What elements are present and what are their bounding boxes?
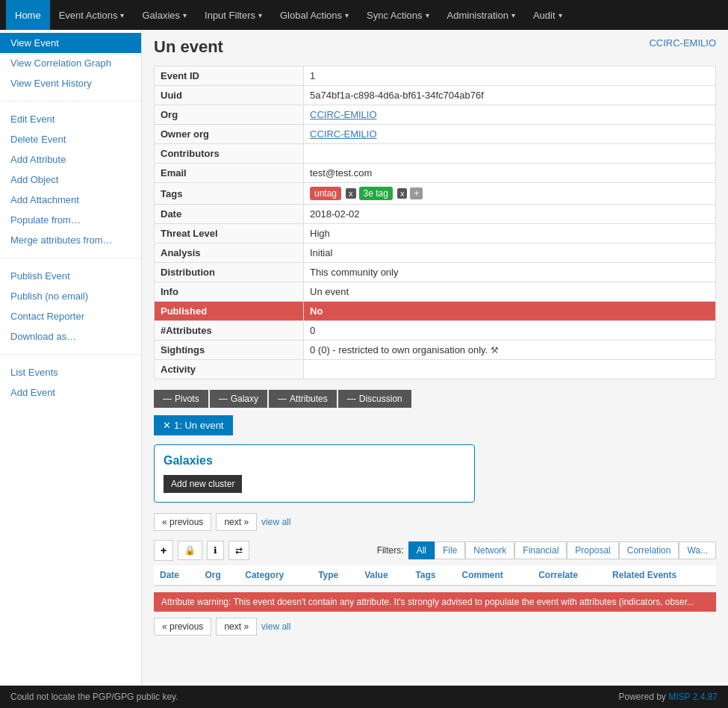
navbar-sync-actions[interactable]: Sync Actions ▾ bbox=[358, 0, 438, 30]
col-comment[interactable]: Comment bbox=[455, 565, 532, 586]
navbar-home[interactable]: Home bbox=[6, 0, 50, 30]
add-attribute-button[interactable]: + bbox=[154, 540, 173, 561]
sidebar-section-publish: Publish Event Publish (no email) Contact… bbox=[0, 263, 141, 350]
sidebar-item-publish-no-email[interactable]: Publish (no email) bbox=[0, 286, 141, 306]
tag-add-button[interactable]: + bbox=[410, 187, 423, 199]
add-cluster-button[interactable]: Add new cluster bbox=[164, 475, 242, 493]
field-value-date: 2018-02-02 bbox=[304, 205, 716, 224]
col-related-events[interactable]: Related Events bbox=[606, 565, 716, 586]
attribute-warning-bar: Attribute warning: This event doesn't co… bbox=[154, 592, 716, 612]
field-label-event-id: Event ID bbox=[155, 66, 304, 86]
field-value-info: Un event bbox=[304, 282, 716, 302]
field-value-analysis: Initial bbox=[304, 243, 716, 263]
field-label-uuid: Uuid bbox=[155, 86, 304, 105]
next-page-button-bottom[interactable]: next » bbox=[216, 618, 257, 636]
field-label-analysis: Analysis bbox=[155, 243, 304, 263]
table-row-uuid: Uuid 5a74bf1a-c898-4d6a-bf61-34fc704ab76… bbox=[155, 86, 716, 105]
col-tags[interactable]: Tags bbox=[409, 565, 455, 586]
field-value-activity bbox=[304, 360, 716, 379]
close-icon: ✕ bbox=[163, 420, 171, 431]
table-row-threat-level: Threat Level High bbox=[155, 224, 716, 243]
sidebar-item-publish-event[interactable]: Publish Event bbox=[0, 266, 141, 286]
tab-dash-icon: — bbox=[219, 394, 228, 404]
col-value[interactable]: Value bbox=[358, 565, 409, 586]
col-type[interactable]: Type bbox=[312, 565, 358, 586]
attributes-table: Date Org Category Type Value Tags Commen… bbox=[154, 565, 716, 586]
field-label-activity: Activity bbox=[155, 360, 304, 379]
org-badge[interactable]: CCIRC-EMILIO bbox=[649, 37, 716, 49]
filter-correlation[interactable]: Correlation bbox=[619, 541, 679, 559]
misp-version-link[interactable]: MISP 2.4.87 bbox=[668, 692, 718, 702]
chevron-down-icon: ▾ bbox=[426, 11, 429, 19]
filter-all[interactable]: All bbox=[408, 541, 435, 559]
sidebar-item-add-attribute[interactable]: Add Attribute bbox=[0, 149, 141, 170]
prev-page-button[interactable]: « previous bbox=[154, 513, 211, 531]
info-icon-button[interactable]: ℹ bbox=[207, 541, 224, 560]
sidebar-item-contact-reporter[interactable]: Contact Reporter bbox=[0, 306, 141, 326]
field-value-event-id: 1 bbox=[304, 66, 716, 86]
owner-org-link[interactable]: CCIRC-EMILIO bbox=[310, 128, 377, 140]
filter-network[interactable]: Network bbox=[465, 541, 514, 559]
sidebar-item-list-events[interactable]: List Events bbox=[0, 362, 141, 382]
col-correlate[interactable]: Correlate bbox=[532, 565, 606, 586]
sidebar-item-view-event[interactable]: View Event bbox=[0, 33, 141, 53]
tab-galaxy[interactable]: — Galaxy bbox=[210, 390, 267, 408]
tab-dash-icon: — bbox=[347, 394, 356, 404]
sidebar-item-populate-from[interactable]: Populate from… bbox=[0, 210, 141, 230]
tab-attributes[interactable]: — Attributes bbox=[269, 390, 337, 408]
field-label-threat-level: Threat Level bbox=[155, 224, 304, 243]
field-label-tags: Tags bbox=[155, 183, 304, 205]
transfer-icon-button[interactable]: ⇄ bbox=[228, 541, 249, 560]
sidebar: View Event View Correlation Graph View E… bbox=[0, 30, 142, 686]
prev-page-button-bottom[interactable]: « previous bbox=[154, 618, 211, 636]
navbar-event-actions[interactable]: Event Actions ▾ bbox=[50, 0, 134, 30]
sidebar-item-download-as[interactable]: Download as… bbox=[0, 326, 141, 347]
table-row-owner-org: Owner org CCIRC-EMILIO bbox=[155, 125, 716, 144]
navbar-administration[interactable]: Administration ▾ bbox=[438, 0, 524, 30]
next-page-button[interactable]: next » bbox=[216, 513, 257, 531]
field-label-email: Email bbox=[155, 164, 304, 183]
tab-discussion[interactable]: — Discussion bbox=[338, 390, 411, 408]
sidebar-item-add-event[interactable]: Add Event bbox=[0, 382, 141, 403]
event-info-table: Event ID 1 Uuid 5a74bf1a-c898-4d6a-bf61-… bbox=[154, 66, 716, 379]
tab-dash-icon: — bbox=[163, 394, 172, 404]
sidebar-item-edit-event[interactable]: Edit Event bbox=[0, 109, 141, 129]
table-row-published: Published No bbox=[155, 302, 716, 321]
footer: Could not locate the PGP/GPG public key.… bbox=[0, 686, 728, 708]
sidebar-item-add-object[interactable]: Add Object bbox=[0, 170, 141, 190]
tag-untag-remove-button[interactable]: x bbox=[346, 188, 356, 199]
view-all-link[interactable]: view all bbox=[261, 517, 290, 527]
table-row-org: Org CCIRC-EMILIO bbox=[155, 105, 716, 125]
event-filter-button[interactable]: ✕ 1: Un event bbox=[154, 415, 233, 435]
sidebar-item-delete-event[interactable]: Delete Event bbox=[0, 129, 141, 149]
filter-financial[interactable]: Financial bbox=[514, 541, 567, 559]
field-label-date: Date bbox=[155, 205, 304, 224]
tag-3e-remove-button[interactable]: x bbox=[397, 188, 408, 199]
navbar-audit[interactable]: Audit ▾ bbox=[524, 0, 571, 30]
field-label-published: Published bbox=[155, 302, 304, 321]
navbar-global-actions[interactable]: Global Actions ▾ bbox=[271, 0, 358, 30]
tab-pivots[interactable]: — Pivots bbox=[154, 390, 208, 408]
view-all-link-bottom[interactable]: view all bbox=[261, 621, 290, 632]
navbar-galaxies[interactable]: Galaxies ▾ bbox=[133, 0, 196, 30]
sidebar-item-add-attachment[interactable]: Add Attachment bbox=[0, 190, 141, 210]
filter-file[interactable]: File bbox=[435, 541, 465, 559]
sidebar-section-edit: Edit Event Delete Event Add Attribute Ad… bbox=[0, 106, 141, 253]
filter-proposal[interactable]: Proposal bbox=[567, 541, 618, 559]
col-category[interactable]: Category bbox=[239, 565, 312, 586]
table-row-info: Info Un event bbox=[155, 282, 716, 302]
org-link[interactable]: CCIRC-EMILIO bbox=[310, 109, 377, 120]
wrench-icon[interactable]: ⚒ bbox=[491, 345, 499, 355]
filter-wa[interactable]: Wa... bbox=[679, 541, 716, 559]
tag-3e-tag: 3e tag bbox=[359, 187, 393, 200]
field-value-email: test@test.com bbox=[304, 164, 716, 183]
sidebar-item-merge-attributes[interactable]: Merge attributes from… bbox=[0, 230, 141, 250]
lock-icon-button[interactable]: 🔒 bbox=[178, 541, 202, 560]
sidebar-item-view-event-history[interactable]: View Event History bbox=[0, 73, 141, 93]
col-org[interactable]: Org bbox=[199, 565, 239, 586]
col-date[interactable]: Date bbox=[154, 565, 199, 586]
table-row-email: Email test@test.com bbox=[155, 164, 716, 183]
sidebar-divider-2 bbox=[0, 258, 141, 258]
navbar-input-filters[interactable]: Input Filters ▾ bbox=[196, 0, 271, 30]
sidebar-item-view-correlation-graph[interactable]: View Correlation Graph bbox=[0, 53, 141, 73]
